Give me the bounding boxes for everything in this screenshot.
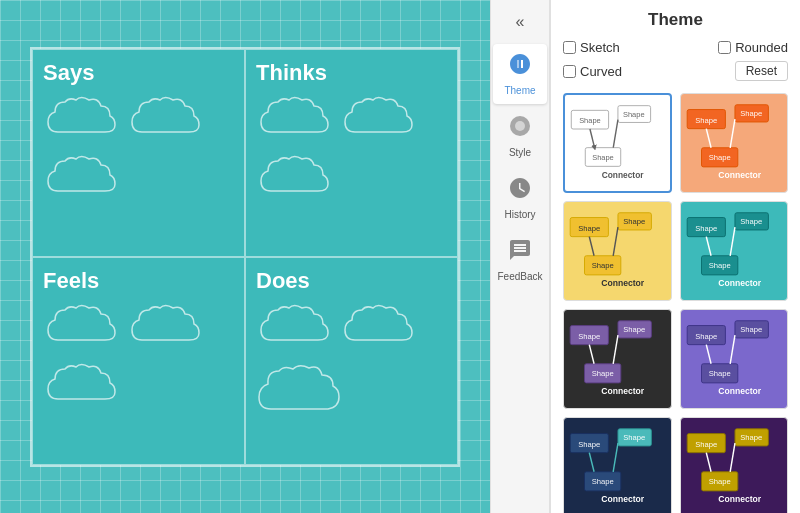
svg-line-72 — [730, 443, 735, 472]
theme-card-dark[interactable]: Shape Shape Shape Connector — [563, 309, 672, 409]
svg-text:Connector: Connector — [601, 494, 645, 504]
clouds-feels — [43, 300, 234, 414]
svg-text:Connector: Connector — [601, 278, 645, 288]
quadrant-feels-title: Feels — [43, 268, 99, 294]
theme-card-orange[interactable]: Shape Shape Shape Connector — [680, 93, 789, 193]
svg-line-62 — [590, 453, 595, 472]
clouds-thinks — [256, 92, 447, 206]
svg-text:Shape: Shape — [579, 116, 601, 125]
curved-checkbox-label[interactable]: Curved — [563, 64, 622, 79]
svg-text:Shape: Shape — [695, 116, 717, 125]
svg-text:Shape: Shape — [623, 325, 645, 334]
theme-card-navy[interactable]: Shape Shape Shape Connector — [563, 417, 672, 513]
feedback-icon — [508, 238, 532, 268]
quadrant-thinks-title: Thinks — [256, 60, 327, 86]
svg-text:Connector: Connector — [718, 170, 762, 180]
svg-text:Shape: Shape — [592, 477, 614, 486]
sidebar-item-feedback-label: FeedBack — [497, 271, 542, 282]
theme-card-yellow[interactable]: Shape Shape Shape Connector — [563, 201, 672, 301]
collapse-icon: « — [516, 13, 525, 31]
sketch-checkbox[interactable] — [563, 41, 576, 54]
sidebar-item-style[interactable]: Style — [493, 106, 547, 166]
svg-text:Shape: Shape — [740, 433, 762, 442]
theme-card-teal[interactable]: Shape Shape Shape Connector — [680, 201, 789, 301]
svg-text:Shape: Shape — [708, 153, 730, 162]
sketch-checkbox-label[interactable]: Sketch — [563, 40, 620, 55]
svg-line-44 — [590, 345, 595, 364]
svg-text:Shape: Shape — [740, 109, 762, 118]
clouds-does — [256, 300, 447, 424]
sidebar-item-theme-label: Theme — [504, 85, 535, 96]
curved-label: Curved — [580, 64, 622, 79]
svg-text:Connector: Connector — [601, 386, 645, 396]
quadrant-says-title: Says — [43, 60, 94, 86]
checkboxes-row-1: Sketch Rounded — [563, 40, 788, 55]
themes-grid: Shape Shape Shape Connector Shape Shape … — [563, 93, 788, 513]
svg-text:Shape: Shape — [592, 153, 614, 162]
svg-line-27 — [613, 227, 618, 256]
svg-text:Shape: Shape — [592, 369, 614, 378]
svg-text:Connector: Connector — [718, 278, 762, 288]
right-panel: Theme Sketch Rounded Curved Reset Shape … — [550, 0, 800, 513]
svg-text:Shape: Shape — [695, 224, 717, 233]
svg-line-17 — [706, 129, 711, 148]
svg-text:Shape: Shape — [695, 440, 717, 449]
rounded-checkbox-label[interactable]: Rounded — [718, 40, 788, 55]
quadrant-does[interactable]: Does — [245, 257, 458, 465]
svg-line-18 — [730, 119, 735, 148]
svg-text:Shape: Shape — [708, 369, 730, 378]
svg-point-1 — [515, 121, 525, 131]
history-icon — [508, 176, 532, 206]
quadrant-does-title: Does — [256, 268, 310, 294]
svg-text:Connector: Connector — [718, 386, 762, 396]
sidebar-item-history-label: History — [504, 209, 535, 220]
svg-text:Shape: Shape — [623, 110, 645, 119]
svg-text:Shape: Shape — [623, 433, 645, 442]
svg-line-9 — [614, 120, 619, 148]
sidebar-item-feedback[interactable]: FeedBack — [493, 230, 547, 290]
svg-line-8 — [590, 129, 595, 148]
sidebar-item-theme[interactable]: Theme — [493, 44, 547, 104]
rounded-checkbox[interactable] — [718, 41, 731, 54]
svg-line-35 — [706, 237, 711, 256]
empathy-map: Says Thinks Feels — [30, 47, 460, 467]
panel-title: Theme — [563, 10, 788, 30]
clouds-says — [43, 92, 234, 206]
svg-text:Shape: Shape — [695, 332, 717, 341]
curved-checkbox[interactable] — [563, 65, 576, 78]
svg-text:Shape: Shape — [592, 261, 614, 270]
svg-text:Shape: Shape — [740, 325, 762, 334]
theme-card-deep-purple[interactable]: Shape Shape Shape Connector — [680, 417, 789, 513]
svg-text:Shape: Shape — [740, 217, 762, 226]
collapse-button[interactable]: « — [495, 8, 545, 36]
reset-button[interactable]: Reset — [735, 61, 788, 81]
svg-text:Shape: Shape — [579, 224, 601, 233]
rounded-label: Rounded — [735, 40, 788, 55]
sidebar-icons-panel: « Theme Style History FeedBack — [490, 0, 550, 513]
svg-text:Shape: Shape — [708, 261, 730, 270]
svg-line-71 — [706, 453, 711, 472]
svg-line-53 — [706, 345, 711, 364]
quadrant-thinks[interactable]: Thinks — [245, 49, 458, 257]
sidebar-item-style-label: Style — [509, 147, 531, 158]
svg-text:Connector: Connector — [602, 170, 645, 180]
svg-text:Shape: Shape — [579, 440, 601, 449]
svg-text:Shape: Shape — [623, 217, 645, 226]
theme-icon — [508, 52, 532, 82]
theme-card-purple[interactable]: Shape Shape Shape Connector — [680, 309, 789, 409]
svg-line-36 — [730, 227, 735, 256]
checkboxes-row-2: Curved Reset — [563, 61, 788, 81]
theme-card-white[interactable]: Shape Shape Shape Connector — [563, 93, 672, 193]
svg-line-54 — [730, 335, 735, 364]
sketch-label: Sketch — [580, 40, 620, 55]
svg-line-26 — [590, 237, 595, 256]
quadrant-says[interactable]: Says — [32, 49, 245, 257]
style-icon — [508, 114, 532, 144]
svg-line-63 — [613, 443, 618, 472]
svg-text:Shape: Shape — [708, 477, 730, 486]
svg-line-45 — [613, 335, 618, 364]
quadrant-feels[interactable]: Feels — [32, 257, 245, 465]
svg-text:Connector: Connector — [718, 494, 762, 504]
sidebar-item-history[interactable]: History — [493, 168, 547, 228]
canvas-area: Says Thinks Feels — [0, 0, 490, 513]
